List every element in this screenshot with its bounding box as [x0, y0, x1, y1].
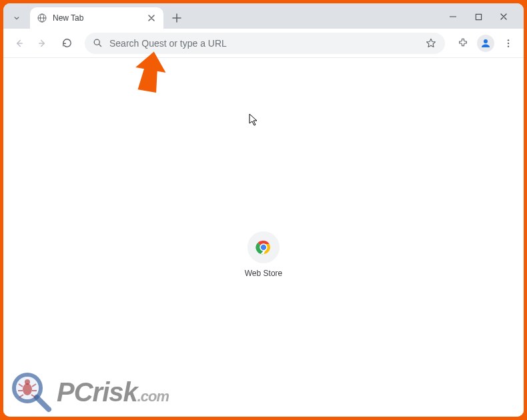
new-tab-button[interactable]	[167, 9, 186, 27]
chrome-icon	[255, 239, 272, 255]
svg-point-11	[508, 42, 509, 43]
close-tab-button[interactable]	[146, 13, 157, 23]
menu-button[interactable]	[498, 33, 518, 53]
window-controls	[446, 10, 520, 23]
minimize-button[interactable]	[446, 10, 460, 23]
tab-strip: New Tab	[3, 3, 524, 29]
minimize-icon	[449, 13, 457, 21]
person-icon	[480, 37, 492, 49]
forward-button[interactable]	[33, 33, 53, 53]
shortcut-tile	[247, 231, 280, 263]
reload-button[interactable]	[57, 33, 77, 53]
profile-button[interactable]	[477, 35, 494, 52]
toolbar	[3, 29, 524, 58]
globe-icon	[37, 13, 47, 23]
svg-point-10	[508, 39, 509, 41]
back-button[interactable]	[9, 33, 29, 53]
chevron-down-icon	[12, 13, 21, 23]
svg-point-9	[484, 39, 488, 43]
browser-window: New Tab	[3, 3, 524, 417]
address-bar[interactable]	[85, 33, 445, 54]
svg-point-12	[508, 45, 509, 47]
search-icon	[93, 38, 103, 48]
shortcut-grid: Web Store	[230, 231, 297, 278]
close-window-button[interactable]	[497, 10, 510, 23]
svg-rect-4	[476, 14, 481, 19]
extensions-button[interactable]	[453, 33, 473, 53]
shortcut-label: Web Store	[245, 269, 282, 278]
page-content: Web Store	[3, 58, 524, 417]
extensions-icon	[457, 37, 469, 49]
reload-icon	[61, 37, 73, 49]
address-input[interactable]	[109, 38, 418, 49]
shortcut-web-store[interactable]: Web Store	[230, 231, 297, 278]
arrow-right-icon	[37, 37, 49, 49]
close-icon	[148, 15, 155, 21]
kebab-menu-icon	[503, 38, 514, 49]
maximize-icon	[475, 13, 482, 21]
search-tabs-button[interactable]	[7, 9, 26, 27]
tab-title: New Tab	[53, 13, 141, 23]
close-icon	[500, 13, 508, 21]
plus-icon	[172, 13, 181, 23]
maximize-button[interactable]	[472, 10, 485, 23]
browser-tab[interactable]: New Tab	[30, 7, 163, 29]
arrow-left-icon	[13, 37, 25, 49]
svg-point-14	[261, 245, 266, 250]
star-icon[interactable]	[425, 37, 437, 49]
svg-line-8	[99, 44, 101, 46]
